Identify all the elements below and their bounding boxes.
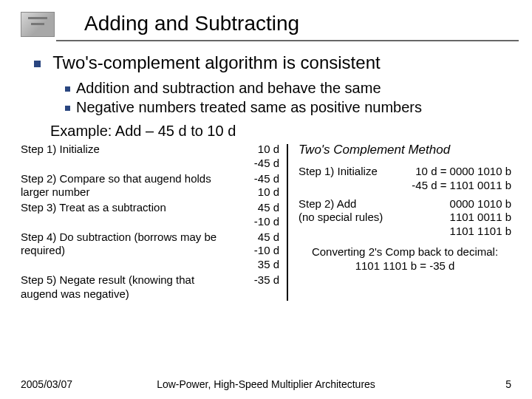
right-step-2-label: Step 2) Add (no special rules): [299, 197, 450, 225]
left-step-5-vals: -35 d: [238, 273, 279, 287]
footer: Low-Power, High-Speed Multiplier Archite…: [21, 378, 511, 390]
bullet-main-text: Two's-complement algorithm is consistent: [52, 52, 380, 72]
left-step-3: Step 3) Treat as a subtraction 45 d -10 …: [21, 201, 279, 229]
title-underline: [56, 40, 519, 41]
slide: Adding and Subtracting Two's-complement …: [0, 0, 532, 399]
footer-page: 5: [505, 378, 511, 390]
left-step-2-vals: -45 d 10 d: [238, 172, 279, 200]
left-step-3-label: Step 3) Treat as a subtraction: [21, 201, 238, 215]
sub-bullet-2: Negative numbers treated same as positiv…: [65, 98, 511, 117]
right-convert-line1: Converting 2's Comp back to decimal:: [299, 245, 511, 259]
left-column: Step 1) Initialize 10 d -45 d Step 2) Co…: [21, 143, 287, 302]
left-step-2-label: Step 2) Compare so that augend holds lar…: [21, 172, 238, 200]
left-step-4-vals: 45 d -10 d 35 d: [238, 231, 279, 272]
right-step-2: Step 2) Add (no special rules) 0000 1010…: [299, 197, 511, 239]
left-step-4-label: Step 4) Do subtraction (borrows may be r…: [21, 231, 238, 259]
two-column-body: Step 1) Initialize 10 d -45 d Step 2) Co…: [21, 143, 511, 302]
right-step-1: Step 1) Initialize 10 d = 0000 1010 b -4…: [299, 165, 511, 193]
slide-title: Adding and Subtracting: [64, 12, 511, 38]
title-row: Adding and Subtracting: [21, 12, 511, 41]
left-step-5-label: Step 5) Negate result (knowing that auge…: [21, 273, 238, 301]
sub-bullet-list: Addition and subtraction and behave the …: [65, 78, 511, 117]
chip-logo-icon: [21, 12, 55, 37]
left-step-4: Step 4) Do subtraction (borrows may be r…: [21, 231, 279, 272]
left-step-1: Step 1) Initialize 10 d -45 d: [21, 143, 279, 171]
bullet-list: Two's-complement algorithm is consistent…: [34, 52, 511, 117]
left-step-5: Step 5) Negate result (knowing that auge…: [21, 273, 279, 301]
bullet-main: Two's-complement algorithm is consistent…: [34, 52, 511, 117]
left-step-3-vals: 45 d -10 d: [238, 201, 279, 229]
right-step-1-label: Step 1) Initialize: [299, 165, 412, 179]
sub-bullet-1: Addition and subtraction and behave the …: [65, 78, 511, 98]
right-heading: Two's Complement Method: [299, 143, 511, 157]
right-step-1-vals: 10 d = 0000 1010 b -45 d = 1101 0011 b: [412, 165, 511, 193]
left-step-1-vals: 10 d -45 d: [238, 143, 279, 171]
footer-title: Low-Power, High-Speed Multiplier Archite…: [21, 378, 511, 390]
footer-date: 2005/03/07: [21, 378, 72, 390]
right-convert-line2: 1101 1101 b = -35 d: [299, 259, 511, 273]
right-convert: Converting 2's Comp back to decimal: 110…: [299, 245, 511, 273]
left-step-1-label: Step 1) Initialize: [21, 143, 238, 157]
right-step-2-vals: 0000 1010 b 1101 0011 b 1101 1101 b: [450, 197, 511, 239]
right-column: Two's Complement Method Step 1) Initiali…: [288, 143, 511, 302]
example-line: Example: Add – 45 d to 10 d: [50, 123, 511, 140]
left-step-2: Step 2) Compare so that augend holds lar…: [21, 172, 279, 200]
